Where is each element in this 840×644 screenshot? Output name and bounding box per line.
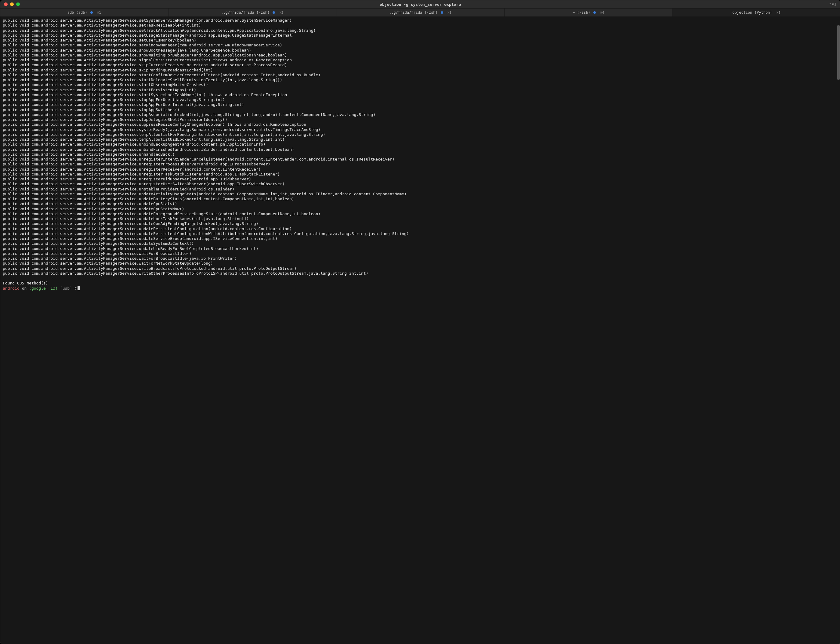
output-line: public void com.android.server.am.Activi…: [3, 182, 838, 186]
output-line: public void com.android.server.am.Activi…: [3, 192, 838, 197]
output-line: public void com.android.server.am.Activi…: [3, 122, 838, 127]
output-line: public void com.android.server.am.Activi…: [3, 157, 838, 162]
output-line: public void com.android.server.am.Activi…: [3, 58, 838, 62]
output-line: public void com.android.server.am.Activi…: [3, 251, 838, 256]
tab-label: ..g/frida/frida (-zsh): [221, 10, 270, 15]
output-line: public void com.android.server.am.Activi…: [3, 18, 838, 23]
activity-indicator-icon: [273, 11, 275, 14]
window-controls: [0, 2, 20, 6]
output-line: public void com.android.server.am.Activi…: [3, 172, 838, 177]
output-line: public void com.android.server.am.Activi…: [3, 38, 838, 43]
output-line: public void com.android.server.am.Activi…: [3, 207, 838, 212]
minimize-icon[interactable]: [10, 2, 14, 6]
tab-label: ~ (-zsh): [573, 10, 590, 15]
tab-shortcut: ⌘5: [776, 11, 781, 15]
output-line: public void com.android.server.am.Activi…: [3, 43, 838, 48]
output-line: public void com.android.server.am.Activi…: [3, 236, 838, 241]
output-line: public void com.android.server.am.Activi…: [3, 117, 838, 122]
output-line: public void com.android.server.am.Activi…: [3, 227, 838, 232]
terminal-window: objection -g system_server explore ⌃⌘1 a…: [0, 0, 840, 644]
output-line: public void com.android.server.am.Activi…: [3, 217, 838, 221]
tab-shortcut: ⌘1: [97, 11, 101, 15]
output-line: public void com.android.server.am.Activi…: [3, 68, 838, 72]
output-line: public void com.android.server.am.Activi…: [3, 162, 838, 167]
terminal-output[interactable]: public void com.android.server.am.Activi…: [0, 17, 840, 644]
output-line: public void com.android.server.am.Activi…: [3, 266, 838, 271]
output-line: public void com.android.server.am.Activi…: [3, 147, 838, 152]
window-title: objection -g system_server explore: [0, 2, 840, 7]
output-line: public void com.android.server.am.Activi…: [3, 33, 838, 38]
prompt-host: android: [3, 286, 20, 291]
tab-shortcut: ⌘4: [600, 11, 604, 15]
tab-3[interactable]: ~ (-zsh)⌘4: [505, 8, 673, 16]
output-line: public void com.android.server.am.Activi…: [3, 53, 838, 58]
output-line: public void com.android.server.am.Activi…: [3, 77, 838, 82]
output-line: public void com.android.server.am.Activi…: [3, 23, 838, 28]
output-line: public void com.android.server.am.Activi…: [3, 28, 838, 33]
tab-label: adb (adb): [67, 10, 87, 15]
cursor-icon: [77, 286, 80, 290]
output-line: public void com.android.server.am.Activi…: [3, 197, 838, 201]
blank-line: [3, 276, 838, 281]
output-line: public void com.android.server.am.Activi…: [3, 107, 838, 112]
output-line: public void com.android.server.am.Activi…: [3, 48, 838, 53]
output-line: public void com.android.server.am.Activi…: [3, 261, 838, 266]
output-line: public void com.android.server.am.Activi…: [3, 271, 838, 276]
output-line: public void com.android.server.am.Activi…: [3, 256, 838, 261]
output-line: public void com.android.server.am.Activi…: [3, 137, 838, 142]
output-line: public void com.android.server.am.Activi…: [3, 97, 838, 102]
tab-label: objection (Python): [733, 10, 772, 15]
activity-indicator-icon: [593, 11, 596, 14]
scrollbar-track[interactable]: [837, 16, 840, 644]
output-line: public void com.android.server.am.Activi…: [3, 112, 838, 117]
zoom-icon[interactable]: [16, 2, 20, 6]
output-line: public void com.android.server.am.Activi…: [3, 167, 838, 172]
output-line: public void com.android.server.am.Activi…: [3, 62, 838, 67]
output-line: public void com.android.server.am.Activi…: [3, 132, 838, 137]
scrollbar-thumb[interactable]: [837, 25, 840, 80]
tab-label: ..g/frida/frida (-zsh): [389, 10, 438, 15]
output-line: public void com.android.server.am.Activi…: [3, 127, 838, 132]
output-line: public void com.android.server.am.Activi…: [3, 152, 838, 157]
result-summary: Found 605 method(s): [3, 281, 838, 286]
prompt-hash: #: [74, 286, 77, 291]
tab-0[interactable]: adb (adb)⌘1: [0, 8, 168, 16]
output-line: public void com.android.server.am.Activi…: [3, 241, 838, 246]
output-line: public void com.android.server.am.Activi…: [3, 88, 838, 92]
activity-indicator-icon: [441, 11, 443, 14]
output-line: public void com.android.server.am.Activi…: [3, 212, 838, 217]
titlebar: objection -g system_server explore ⌃⌘1: [0, 0, 840, 8]
tab-2[interactable]: ..g/frida/frida (-zsh)⌘3: [336, 8, 505, 16]
prompt-line[interactable]: android on (google: 13) [usb] #: [3, 286, 838, 291]
prompt-conn: [usb]: [60, 286, 72, 291]
output-line: public void com.android.server.am.Activi…: [3, 187, 838, 192]
output-line: public void com.android.server.am.Activi…: [3, 201, 838, 206]
tab-1[interactable]: ..g/frida/frida (-zsh)⌘2: [168, 8, 337, 16]
output-line: public void com.android.server.am.Activi…: [3, 246, 838, 251]
window-shortcut-hint: ⌃⌘1: [829, 2, 837, 7]
output-line: public void com.android.server.am.Activi…: [3, 72, 838, 77]
output-line: public void com.android.server.am.Activi…: [3, 232, 838, 236]
tab-shortcut: ⌘2: [279, 11, 283, 15]
output-line: public void com.android.server.am.Activi…: [3, 177, 838, 182]
output-line: public void com.android.server.am.Activi…: [3, 142, 838, 147]
prompt-target: (google: 13): [29, 286, 58, 291]
close-icon[interactable]: [4, 2, 8, 6]
output-line: public void com.android.server.am.Activi…: [3, 221, 838, 226]
tab-bar: adb (adb)⌘1..g/frida/frida (-zsh)⌘2..g/f…: [0, 8, 840, 17]
prompt-on: on: [22, 286, 27, 291]
output-line: public void com.android.server.am.Activi…: [3, 82, 838, 87]
activity-indicator-icon: [90, 11, 93, 14]
tab-4[interactable]: objection (Python)⌘5: [672, 8, 840, 16]
tab-shortcut: ⌘3: [447, 11, 452, 15]
output-line: public void com.android.server.am.Activi…: [3, 92, 838, 97]
output-line: public void com.android.server.am.Activi…: [3, 102, 838, 107]
